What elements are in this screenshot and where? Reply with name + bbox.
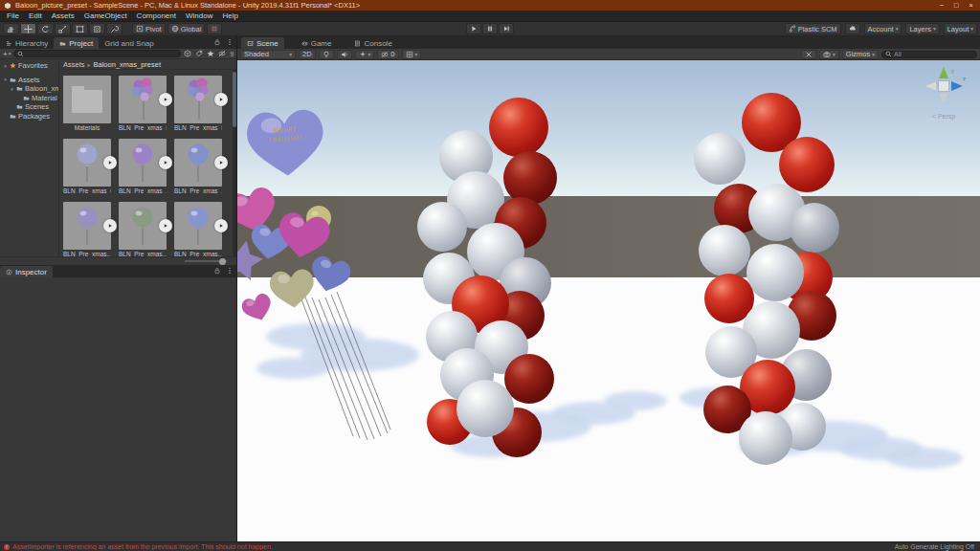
grid-snap-icon — [211, 25, 218, 33]
wrench-tool-button[interactable] — [106, 23, 122, 34]
tab-game[interactable]: Game — [296, 37, 338, 49]
asset-item[interactable]: BLN_Pre_xmas_H... — [174, 76, 222, 139]
scene-lighting-toggle[interactable] — [319, 50, 334, 59]
layers-dropdown[interactable]: Layers ▾ — [905, 23, 939, 34]
auto-generate-lighting-status[interactable]: Auto Generate Lighting Off — [895, 543, 974, 550]
recttool-tool-button[interactable] — [72, 23, 88, 34]
cloud-button[interactable] — [845, 23, 860, 34]
scene-viewport-canvas[interactable]: MERRYCHRISTMASyz< Persp — [237, 60, 980, 541]
global-toggle[interactable]: Global — [167, 23, 206, 34]
tree-item-baloon_xm[interactable]: ▾Baloon_xm — [0, 84, 58, 94]
menu-help[interactable]: Help — [217, 11, 242, 20]
tab-scene[interactable]: Scene — [241, 37, 284, 49]
chevron-down-icon: ▾ — [970, 26, 973, 32]
rotate-tool-button[interactable] — [37, 23, 54, 34]
tree-item-packages[interactable]: Packages — [0, 112, 58, 121]
scene-effects-dropdown[interactable]: ▾ — [355, 50, 375, 59]
maximize-button[interactable]: □ — [954, 0, 959, 11]
close-button[interactable]: × — [969, 0, 973, 11]
menu-assets[interactable]: Assets — [47, 11, 79, 20]
create-menu-button[interactable]: + ▾ — [3, 50, 11, 58]
asset-item[interactable]: BLN_Pre_xmas_01 — [63, 139, 111, 202]
plastic-scm-button[interactable]: Plastic SCM — [785, 23, 841, 34]
pivot-toggle[interactable]: Pivot — [132, 23, 166, 34]
slider-track[interactable] — [185, 260, 227, 262]
asset-item[interactable]: BLN_Pre_xmas... — [119, 202, 167, 256]
tab-grid-and-snap[interactable]: Grid and Snap — [99, 37, 160, 49]
hidden-packages-icon[interactable] — [218, 50, 226, 57]
asset-item[interactable]: Materials — [63, 76, 111, 139]
camera-settings-dropdown[interactable]: ▾ — [819, 50, 839, 59]
menu-window[interactable]: Window — [181, 11, 217, 20]
preview-play-button[interactable] — [214, 93, 228, 106]
preview-play-button[interactable] — [214, 219, 228, 232]
account-dropdown[interactable]: Account ▾ — [864, 23, 902, 34]
title-bar[interactable]: Baloon_picture_preset - SampleScene - PC… — [0, 0, 980, 11]
preview-play-button[interactable] — [103, 219, 117, 232]
minimize-button[interactable]: − — [940, 0, 944, 11]
preview-play-button[interactable] — [159, 156, 172, 169]
step-button[interactable] — [499, 23, 514, 34]
status-bar[interactable]: ! AssetImporter is referencing an asset … — [0, 541, 980, 551]
scale-tool-button[interactable] — [55, 23, 71, 34]
menu-gameobject[interactable]: GameObject — [79, 11, 132, 20]
kebab-menu-icon[interactable] — [226, 267, 234, 275]
scrollbar-thumb[interactable] — [233, 72, 236, 127]
label-filter-icon[interactable] — [195, 50, 203, 57]
tab-project[interactable]: Project — [54, 37, 99, 49]
preview-play-button[interactable] — [159, 93, 172, 106]
package-filter-icon[interactable] — [184, 50, 191, 57]
tree-item-favorites[interactable]: ▾Favorites — [0, 61, 58, 71]
tree-item-assets[interactable]: ▾Assets — [0, 76, 58, 85]
breadcrumb-current[interactable]: Baloon_xmas_preset — [94, 60, 161, 69]
scale-tool-icon — [58, 25, 67, 33]
layout-dropdown[interactable]: Layout ▾ — [944, 23, 977, 34]
thumbnail-size-slider[interactable] — [0, 256, 236, 265]
transform-tool-button[interactable] — [89, 23, 105, 34]
preview-play-button[interactable] — [214, 156, 228, 169]
menu-edit[interactable]: Edit — [24, 11, 47, 20]
hand-tool-button[interactable] — [3, 23, 19, 34]
tree-item-scenes[interactable]: Scenes — [0, 102, 58, 112]
expander-icon[interactable]: ▾ — [10, 86, 14, 92]
kebab-menu-icon[interactable] — [226, 38, 234, 46]
toggle-2d-button[interactable]: 2D — [299, 50, 316, 59]
status-error-message[interactable]: AssetImporter is referencing an asset fr… — [12, 543, 892, 550]
scene-viewport[interactable]: MERRYCHRISTMASyz< Persp — [237, 60, 980, 541]
project-search-input[interactable] — [13, 50, 181, 57]
tab-inspector[interactable]: Inspector — [0, 266, 53, 277]
asset-item[interactable]: BLN_Pre_xmas_H... — [119, 76, 167, 139]
move-tool-button[interactable] — [20, 23, 36, 34]
hidden-objects-toggle[interactable]: 0 — [377, 50, 398, 59]
play-button[interactable] — [466, 23, 481, 34]
grid-snapping-toggle[interactable] — [207, 23, 222, 34]
scene-search-input[interactable]: All — [881, 51, 977, 58]
scene-audio-toggle[interactable] — [337, 50, 352, 59]
project-scrollbar[interactable] — [233, 70, 236, 256]
expander-icon[interactable]: ▾ — [3, 63, 8, 69]
preview-play-button[interactable] — [103, 156, 117, 169]
menu-component[interactable]: Component — [132, 11, 181, 20]
slider-thumb[interactable] — [219, 258, 226, 265]
pause-button[interactable] — [482, 23, 498, 34]
asset-item[interactable]: BLN_Pre_xmas... — [174, 202, 222, 256]
tree-item-material[interactable]: Material — [0, 94, 58, 103]
asset-item[interactable]: BLN_Pre_xmas_... — [119, 139, 167, 202]
preview-play-button[interactable] — [159, 219, 172, 232]
tab-console[interactable]: Console — [348, 37, 397, 49]
tab-hierarchy[interactable]: Hierarchy — [0, 37, 54, 49]
grid-visibility-dropdown[interactable]: ▾ — [402, 50, 422, 59]
menu-file[interactable]: File — [2, 11, 24, 20]
lock-icon[interactable] — [213, 267, 221, 275]
layers-label: Layers — [909, 25, 931, 33]
asset-item[interactable]: BLN_Pre_xmas_... — [174, 139, 222, 202]
editor-tools-button[interactable] — [801, 50, 816, 59]
favorites-filter-icon[interactable] — [207, 50, 214, 57]
shading-mode-dropdown[interactable]: Shaded ▾ — [240, 50, 296, 59]
gizmos-dropdown[interactable]: Gizmos ▾ — [842, 50, 879, 59]
asset-item[interactable]: BLN_Pre_xmas... — [63, 202, 111, 256]
expander-icon[interactable]: ▾ — [3, 77, 8, 82]
lock-icon[interactable] — [213, 38, 221, 46]
breadcrumb-root[interactable]: Assets — [63, 60, 85, 69]
tree-item-label: Favorites — [18, 61, 48, 70]
